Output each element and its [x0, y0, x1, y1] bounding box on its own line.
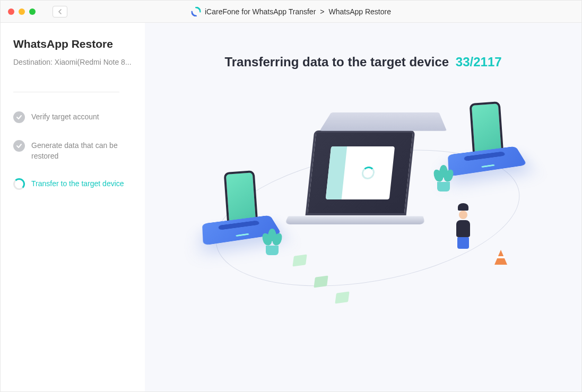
laptop-icon: [305, 130, 434, 225]
target-dock: [449, 144, 523, 191]
sidebar: WhatsApp Restore Destination: Xiaomi(Red…: [1, 23, 145, 391]
plant-icon: [433, 160, 454, 191]
transfer-illustration: [166, 91, 560, 324]
progress-count: 33/2117: [456, 55, 502, 69]
divider: [13, 92, 119, 92]
step-label: Verify target account: [31, 111, 99, 123]
steps-list: Verify target account Generate data that…: [13, 111, 132, 190]
step-label: Generate data that can be restored: [31, 140, 132, 161]
chevron-left-icon: [58, 9, 62, 14]
close-window-button[interactable]: [8, 8, 14, 15]
breadcrumb: iCareFone for WhatsApp Transfer > WhatsA…: [191, 7, 391, 16]
step-label: Transfer to the target device: [31, 178, 124, 189]
spinner-icon: [13, 178, 25, 190]
sidebar-title: WhatsApp Restore: [13, 38, 132, 50]
breadcrumb-page: WhatsApp Restore: [329, 7, 392, 16]
step-generate-data: Generate data that can be restored: [13, 140, 132, 161]
main-heading: Transferring data to the target device 3…: [166, 55, 560, 69]
traffic-cone-icon: [494, 250, 507, 265]
check-icon: [13, 111, 25, 123]
destination-label: Destination: Xiaomi(Redmi Note 8...: [13, 58, 132, 66]
content-area: WhatsApp Restore Destination: Xiaomi(Red…: [1, 23, 581, 391]
app-name: iCareFone for WhatsApp Transfer: [205, 7, 316, 16]
main-panel: Transferring data to the target device 3…: [145, 23, 581, 391]
loading-spinner-icon: [361, 167, 376, 179]
app-logo-icon: [191, 7, 201, 16]
step-verify-account: Verify target account: [13, 111, 132, 123]
breadcrumb-separator: >: [320, 7, 324, 16]
step-transfer: Transfer to the target device: [13, 178, 132, 190]
plant-icon: [262, 223, 283, 255]
check-icon: [13, 140, 25, 152]
back-button[interactable]: [53, 6, 67, 18]
person-icon: [455, 213, 470, 249]
window-controls: [8, 8, 36, 15]
paper-icon: [335, 291, 349, 303]
paper-icon: [314, 275, 328, 288]
minimize-window-button[interactable]: [19, 8, 25, 15]
paper-icon: [292, 254, 307, 266]
maximize-window-button[interactable]: [29, 8, 36, 15]
titlebar: iCareFone for WhatsApp Transfer > WhatsA…: [1, 1, 581, 23]
app-window: iCareFone for WhatsApp Transfer > WhatsA…: [0, 0, 582, 392]
